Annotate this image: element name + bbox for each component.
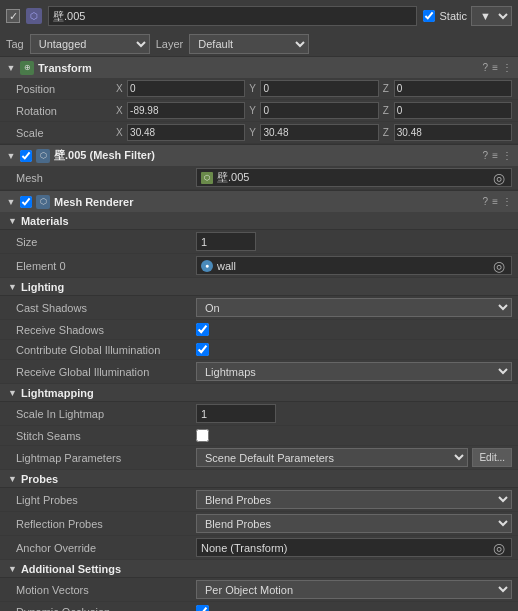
motion-vectors-select[interactable]: Per Object Motion <box>196 580 512 599</box>
lighting-subsection[interactable]: ▼ Lighting <box>0 278 518 296</box>
anchor-override-value: None (Transform) ◎ <box>196 538 512 557</box>
scale-z-input[interactable] <box>394 124 512 141</box>
static-dropdown[interactable]: ▼ <box>471 6 512 26</box>
tag-layer-row: Tag Untagged Layer Default <box>0 32 518 56</box>
receive-gi-value: Lightmaps <box>196 362 512 381</box>
meshfilter-help-icon[interactable]: ? <box>483 150 489 161</box>
meshrenderer-section-header[interactable]: ▼ ⬡ Mesh Renderer ? ≡ ⋮ <box>0 190 518 212</box>
contribute-gi-row: Contribute Global Illumination <box>0 340 518 360</box>
contribute-gi-value <box>196 343 512 356</box>
layer-label: Layer <box>156 38 184 50</box>
materials-fold-arrow: ▼ <box>8 216 17 226</box>
probes-subsection[interactable]: ▼ Probes <box>0 470 518 488</box>
meshrenderer-help-icon[interactable]: ? <box>483 196 489 207</box>
meshrenderer-checkbox[interactable] <box>20 196 32 208</box>
rotation-x-field: X <box>116 102 245 119</box>
position-y-input[interactable] <box>260 80 378 97</box>
dynamic-occlusion-row: Dynamic Occlusion <box>0 602 518 611</box>
lightmap-params-row: Lightmap Parameters Scene Default Parame… <box>0 446 518 470</box>
receive-gi-select[interactable]: Lightmaps <box>196 362 512 381</box>
wall-icon: ● <box>201 260 213 272</box>
transform-section-header[interactable]: ▼ ⊕ Transform ? ≡ ⋮ <box>0 56 518 78</box>
meshfilter-settings-icon[interactable]: ≡ <box>492 150 498 161</box>
meshfilter-dots-icon[interactable]: ⋮ <box>502 150 512 161</box>
mesh-target-btn[interactable]: ◎ <box>491 170 507 186</box>
scale-lightmap-label: Scale In Lightmap <box>16 408 196 420</box>
transform-dots-icon[interactable]: ⋮ <box>502 62 512 73</box>
wall-target-btn[interactable]: ◎ <box>491 258 507 274</box>
meshrenderer-dots-icon[interactable]: ⋮ <box>502 196 512 207</box>
dynamic-occlusion-label: Dynamic Occlusion <box>16 606 196 612</box>
rotation-z-input[interactable] <box>394 102 512 119</box>
meshfilter-section-header[interactable]: ▼ ⬡ 壁.005 (Mesh Filter) ? ≡ ⋮ <box>0 144 518 166</box>
mesh-row: Mesh ⬡ 壁.005 ◎ <box>0 166 518 190</box>
cast-shadows-select[interactable]: On <box>196 298 512 317</box>
object-name-input[interactable] <box>48 6 417 26</box>
lightmapping-props: Scale In Lightmap Stitch Seams Lightmap … <box>0 402 518 470</box>
stitch-seams-checkbox[interactable] <box>196 429 209 442</box>
scale-x-field: X <box>116 124 245 141</box>
meshrenderer-icon: ⬡ <box>36 195 50 209</box>
position-z-input[interactable] <box>394 80 512 97</box>
anchor-override-field[interactable]: None (Transform) ◎ <box>196 538 512 557</box>
x-label: X <box>116 83 125 94</box>
rotation-y-input[interactable] <box>260 102 378 119</box>
main-scroll[interactable]: ▼ ⊕ Transform ? ≡ ⋮ Position X Y Z <box>0 56 518 611</box>
probes-fold-arrow: ▼ <box>8 474 17 484</box>
meshfilter-checkbox[interactable] <box>20 150 32 162</box>
cast-shadows-label: Cast Shadows <box>16 302 196 314</box>
rotation-x-input[interactable] <box>127 102 245 119</box>
wall-name: wall <box>217 260 236 272</box>
lighting-label: Lighting <box>21 281 64 293</box>
scale-lightmap-input[interactable] <box>196 404 276 423</box>
lightmap-edit-btn[interactable]: Edit... <box>472 448 512 467</box>
transform-help-icon[interactable]: ? <box>483 62 489 73</box>
rx-label: X <box>116 105 125 116</box>
anchor-override-target-btn[interactable]: ◎ <box>491 540 507 556</box>
stitch-seams-value <box>196 429 512 442</box>
lightmapping-fold-arrow: ▼ <box>8 388 17 398</box>
position-x-input[interactable] <box>127 80 245 97</box>
receive-gi-row: Receive Global Illumination Lightmaps <box>0 360 518 384</box>
transform-header-icons: ? ≡ ⋮ <box>483 62 512 73</box>
position-z-field: Z <box>383 80 512 97</box>
motion-vectors-row: Motion Vectors Per Object Motion <box>0 578 518 602</box>
materials-subsection[interactable]: ▼ Materials <box>0 212 518 230</box>
layer-select[interactable]: Default <box>189 34 309 54</box>
static-checkbox[interactable] <box>423 10 435 22</box>
active-checkbox[interactable]: ✓ <box>6 9 20 23</box>
scale-y-input[interactable] <box>260 124 378 141</box>
rz-label: Z <box>383 105 392 116</box>
receive-shadows-checkbox[interactable] <box>196 323 209 336</box>
dynamic-occlusion-checkbox[interactable] <box>196 605 209 611</box>
receive-shadows-value <box>196 323 512 336</box>
light-probes-select[interactable]: Blend Probes <box>196 490 512 509</box>
sz-label: Z <box>383 127 392 138</box>
dynamic-occlusion-value <box>196 605 512 611</box>
transform-icon: ⊕ <box>20 61 34 75</box>
element0-value: ● wall ◎ <box>196 256 512 275</box>
probes-label: Probes <box>21 473 58 485</box>
scale-y-field: Y <box>249 124 378 141</box>
probes-props: Light Probes Blend Probes Reflection Pro… <box>0 488 518 560</box>
wall-field[interactable]: ● wall ◎ <box>196 256 512 275</box>
position-label: Position <box>16 83 116 95</box>
scale-x-input[interactable] <box>127 124 245 141</box>
lightmap-params-select[interactable]: Scene Default Parameters <box>196 448 468 467</box>
mesh-field[interactable]: ⬡ 壁.005 ◎ <box>196 168 512 187</box>
check-icon: ✓ <box>9 10 18 23</box>
size-value <box>196 232 512 251</box>
position-y-field: Y <box>249 80 378 97</box>
size-input[interactable] <box>196 232 256 251</box>
additional-settings-subsection[interactable]: ▼ Additional Settings <box>0 560 518 578</box>
meshfilter-title: 壁.005 (Mesh Filter) <box>54 148 479 163</box>
tag-select[interactable]: Untagged <box>30 34 150 54</box>
meshrenderer-title: Mesh Renderer <box>54 196 479 208</box>
transform-settings-icon[interactable]: ≡ <box>492 62 498 73</box>
lightmapping-subsection[interactable]: ▼ Lightmapping <box>0 384 518 402</box>
rotation-row: Rotation X Y Z <box>0 100 518 122</box>
meshrenderer-settings-icon[interactable]: ≡ <box>492 196 498 207</box>
reflection-probes-select[interactable]: Blend Probes <box>196 514 512 533</box>
contribute-gi-checkbox[interactable] <box>196 343 209 356</box>
materials-props: Size Element 0 ● wall ◎ <box>0 230 518 278</box>
